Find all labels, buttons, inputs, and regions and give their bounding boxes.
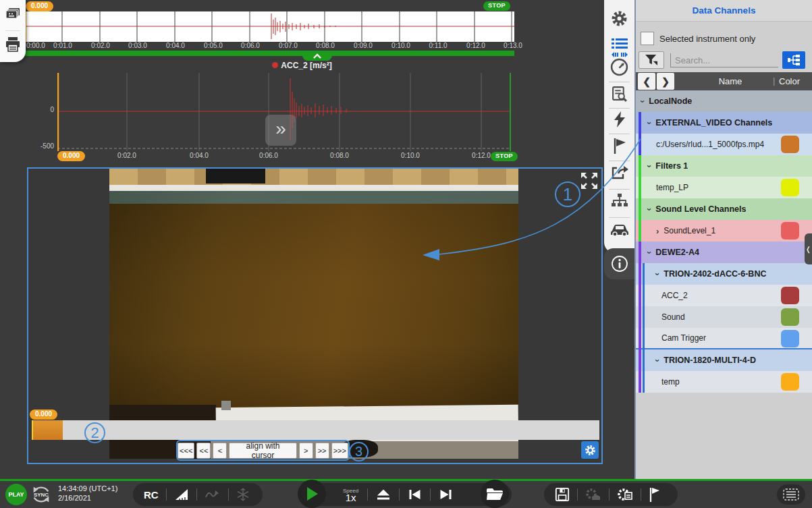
channel-color-swatch[interactable] (781, 136, 799, 153)
overview-waveform[interactable] (25, 11, 514, 42)
gauge-icon (610, 58, 628, 76)
video-control-align-with-cursor[interactable]: align with cursor (229, 443, 296, 459)
gauge-tab[interactable] (604, 58, 634, 76)
overview-time-tick: 0:02.0 (91, 42, 110, 49)
save-icon[interactable] (555, 487, 570, 502)
chevron-down-icon[interactable]: › (645, 165, 655, 167)
video-control-[interactable]: > (299, 443, 313, 459)
channel-row-sound-level-channels[interactable]: ›Sound Level Channels (636, 198, 812, 220)
channel-row-localnode[interactable]: ›LocalNode (636, 90, 812, 112)
play-status-badge[interactable]: PLAY (5, 484, 27, 505)
nav-back-button[interactable]: ❮ (638, 73, 655, 90)
video-settings-button[interactable] (581, 441, 599, 459)
channel-row-external-video-channels[interactable]: ›EXTERNAL_VIDEO Channels (636, 112, 812, 134)
channel-tree-button[interactable] (782, 51, 805, 69)
channel-row-cam-trigger[interactable]: Cam Trigger (636, 328, 812, 349)
filter-button[interactable] (639, 51, 664, 69)
channel-color-swatch[interactable] (781, 373, 799, 391)
network-tab[interactable] (604, 193, 634, 208)
speed-readout[interactable]: Speed 1x (343, 488, 358, 501)
chevron-down-icon[interactable]: › (645, 208, 655, 210)
channel-color-swatch[interactable] (781, 287, 799, 304)
interpolation-icon[interactable] (205, 488, 221, 501)
channel-color-swatch[interactable] (781, 222, 799, 239)
video-scrubber-cursor (32, 420, 33, 440)
channel-row-c-users-rlud-1-5000fps-mp4[interactable]: c:/Users/rlud...1_5000fps.mp4 (636, 134, 812, 155)
vehicle-tab[interactable] (604, 223, 634, 237)
channel-row-trion-2402-dacc-6-bnc[interactable]: ›TRION-2402-dACC-6-BNC (636, 263, 812, 285)
chevron-down-icon[interactable]: › (638, 100, 648, 103)
video-fullscreen-icon[interactable] (579, 171, 599, 194)
freeze-icon[interactable] (236, 488, 250, 501)
video-control-[interactable]: >>> (331, 443, 348, 459)
event-list-button[interactable] (777, 484, 805, 505)
channel-row-sound[interactable]: Sound (636, 306, 812, 328)
setup-export-icon[interactable] (617, 487, 633, 502)
nav-forward-button[interactable]: ❯ (657, 73, 674, 90)
sync-status-badge[interactable]: SYNC (30, 484, 52, 505)
play-button[interactable] (298, 480, 326, 508)
rc-button[interactable]: RC (144, 489, 159, 501)
recorder-tick-row: 0:02.00:04.00:06.00:08.00:10.00:12.0 (0, 152, 604, 161)
channel-color-swatch[interactable] (781, 330, 799, 347)
overview-time-tick: 0:04.0 (166, 42, 185, 49)
channel-io-icon (611, 52, 628, 57)
channel-row-acc-2[interactable]: ACC_2 (636, 285, 812, 306)
marker-tab[interactable] (604, 137, 634, 154)
report-tab[interactable] (604, 86, 634, 103)
tree-icon (787, 54, 801, 66)
open-file-button[interactable] (481, 480, 509, 508)
instrument-checkbox[interactable] (641, 32, 654, 45)
transport-bar: PLAY SYNC 14:34:09 (UTC+1) 2/16/2021 RC (0, 479, 812, 508)
name-column-header[interactable]: Name (703, 76, 757, 86)
channel-row-filters-1[interactable]: ›Filters 1 (636, 155, 812, 177)
video-scrubber-fill[interactable] (32, 420, 63, 440)
fast-forward-overlay-button[interactable]: » (265, 115, 296, 146)
setup-sync-icon[interactable] (585, 488, 601, 501)
channel-row-soundlevel-1[interactable]: ›SoundLevel_1 (636, 220, 812, 242)
print-button[interactable] (5, 36, 21, 55)
instrument-checkbox-label[interactable]: Selected instrument only (659, 34, 755, 44)
video-control-[interactable]: << (196, 443, 211, 459)
channel-color-swatch[interactable] (781, 179, 799, 196)
skip-to-start-button[interactable] (408, 489, 421, 500)
group-bar-external-video (639, 112, 641, 155)
video-control-[interactable]: <<< (178, 443, 194, 459)
measure-tool-icon[interactable] (174, 488, 189, 501)
screens-button[interactable] (5, 7, 21, 26)
play-status-label: PLAY (8, 491, 24, 498)
channel-row-trion-1820-multi-4-d[interactable]: ›TRION-1820-MULTI-4-D (636, 349, 812, 371)
panel-collapse-handle[interactable]: ❬ (805, 233, 812, 264)
channel-color-swatch[interactable] (781, 308, 799, 326)
data-channels-tab[interactable] (604, 37, 634, 57)
chevron-down-icon[interactable]: › (653, 273, 663, 275)
chevron-right-icon[interactable]: › (656, 226, 659, 236)
channel-label: temp_LP (656, 183, 688, 192)
trigger-tab[interactable] (604, 111, 634, 128)
color-column-header[interactable]: Color (779, 76, 800, 86)
channel-row-temp[interactable]: temp (636, 371, 812, 393)
recorder-y-zero: 0 (40, 106, 54, 113)
skip-to-end-button[interactable] (439, 489, 452, 500)
chevron-down-icon[interactable]: › (653, 359, 663, 362)
marker-flag-icon[interactable] (649, 486, 661, 503)
clock-readout: 14:34:09 (UTC+1) 2/16/2021 (58, 484, 117, 503)
info-tab[interactable] (604, 248, 634, 279)
chevron-down-icon[interactable]: › (645, 251, 655, 254)
eject-button[interactable] (377, 489, 390, 501)
export-tab[interactable] (604, 165, 634, 181)
overview-range-bar[interactable] (25, 51, 514, 56)
chevron-down-icon[interactable]: › (645, 121, 655, 124)
video-control-[interactable]: < (213, 443, 227, 459)
settings-tab[interactable] (604, 10, 634, 27)
overview-time-tick: 0:03.0 (128, 42, 147, 49)
video-scrubber[interactable] (32, 420, 599, 440)
screen-flyout (0, 0, 26, 62)
event-list-icon (783, 488, 799, 501)
video-control-[interactable]: >> (315, 443, 329, 459)
channel-row-dewe2-a4[interactable]: ›DEWE2-A4 (636, 242, 812, 263)
search-input[interactable] (670, 53, 778, 67)
recording-control-pill: RC (133, 483, 263, 506)
channel-row-temp-lp[interactable]: temp_LP (636, 177, 812, 198)
overview-strip: 0.000 STOP 0:00.00:01.00:02.00:03.00:04.… (0, 0, 604, 57)
